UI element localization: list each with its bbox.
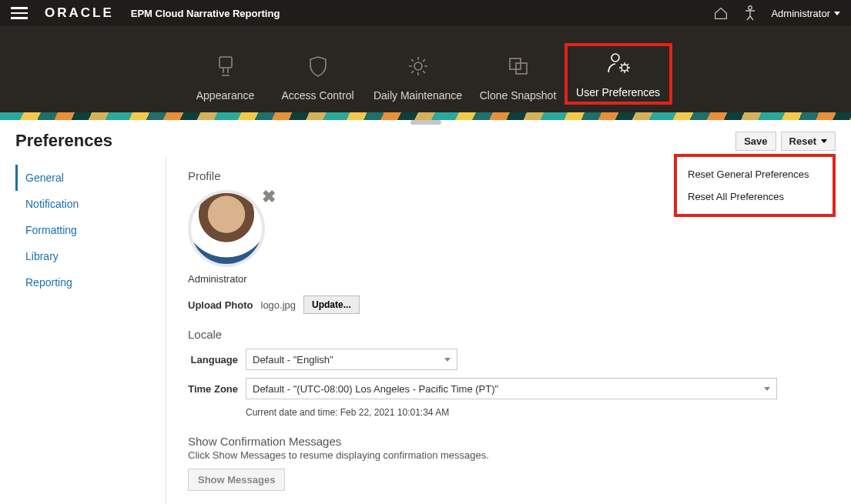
clone-icon (472, 49, 565, 83)
confirm-title: Show Confirmation Messages (188, 435, 836, 448)
nav-tab-label: User Preferences (576, 86, 660, 98)
user-gear-icon (568, 46, 669, 80)
upload-photo-label: Upload Photo (188, 299, 253, 311)
upload-file-name: logo.jpg (261, 299, 297, 311)
language-row: Language Default - "English" (188, 349, 836, 370)
appearance-icon (179, 49, 272, 83)
current-time-hint: Current date and time: Feb 22, 2021 10:0… (188, 407, 836, 418)
side-tab-general[interactable]: General (15, 165, 166, 191)
oracle-logo: ORACLE (45, 5, 114, 21)
svg-rect-1 (219, 57, 232, 68)
side-tab-reporting[interactable]: Reporting (15, 269, 166, 295)
nav-tab-user-preferences[interactable]: User Preferences (565, 43, 672, 105)
show-messages-button[interactable]: Show Messages (188, 469, 285, 491)
confirm-subtitle: Click Show Messages to resume displaying… (188, 449, 836, 461)
svg-point-2 (414, 62, 422, 70)
confirm-block: Show Confirmation Messages Click Show Me… (188, 435, 836, 491)
accessibility-icon[interactable] (740, 3, 760, 23)
nav-tab-label: Clone Snapshot (480, 89, 557, 102)
svg-point-6 (621, 65, 628, 71)
svg-point-5 (611, 54, 619, 62)
preferences-side-tabs: General Notification Formatting Library … (15, 157, 166, 504)
reset-button[interactable]: Reset (781, 132, 836, 151)
chevron-down-icon (444, 358, 451, 362)
nav-tab-label: Access Control (281, 89, 353, 102)
home-icon[interactable] (711, 3, 731, 23)
chevron-down-icon (821, 139, 827, 143)
save-button[interactable]: Save (735, 132, 776, 151)
app-title: EPM Cloud Narrative Reporting (131, 8, 280, 19)
chevron-down-icon (764, 387, 770, 391)
timezone-select[interactable]: Default - "(UTC-08:00) Los Angeles - Pac… (246, 378, 777, 399)
nav-tab-daily-maintenance[interactable]: Daily Maintenance (364, 43, 472, 105)
side-tab-formatting[interactable]: Formatting (15, 217, 166, 243)
decorative-stripe (0, 112, 851, 120)
page-title: Preferences (15, 131, 112, 151)
avatar-wrap: ✖ (188, 190, 273, 267)
update-photo-button[interactable]: Update... (303, 295, 360, 314)
language-label: Language (188, 354, 246, 365)
user-menu[interactable]: Administrator (771, 8, 840, 19)
timezone-label: Time Zone (188, 383, 246, 395)
global-header: ORACLE EPM Cloud Narrative Reporting Adm… (0, 0, 851, 26)
nav-tab-clone-snapshot[interactable]: Clone Snapshot (472, 43, 565, 105)
reset-general-option[interactable]: Reset General Preferences (677, 163, 833, 185)
menu-icon[interactable] (11, 5, 28, 22)
user-label: Administrator (771, 8, 830, 19)
remove-photo-icon[interactable]: ✖ (262, 187, 276, 207)
profile-display-name: Administrator (188, 273, 836, 285)
tools-nav: Appearance Access Control Daily Maintena… (0, 26, 851, 112)
nav-tab-appearance[interactable]: Appearance (179, 43, 272, 105)
nav-tab-label: Daily Maintenance (374, 89, 462, 102)
timezone-row: Time Zone Default - "(UTC-08:00) Los Ang… (188, 378, 836, 399)
language-value: Default - "English" (253, 354, 333, 365)
page-header: Preferences Save Reset (0, 120, 851, 157)
svg-rect-3 (510, 58, 521, 69)
language-select[interactable]: Default - "English" (246, 349, 457, 370)
timezone-value: Default - "(UTC-08:00) Los Angeles - Pac… (253, 383, 498, 395)
upload-row: Upload Photo logo.jpg Update... (188, 295, 836, 314)
nav-tab-label: Appearance (196, 89, 255, 102)
side-tab-notification[interactable]: Notification (15, 191, 166, 217)
shield-icon (272, 49, 364, 83)
avatar (188, 190, 265, 267)
chevron-down-icon (834, 12, 840, 15)
side-tab-library[interactable]: Library (15, 243, 166, 269)
nav-tab-access-control[interactable]: Access Control (272, 43, 364, 105)
locale-section-title: Locale (188, 328, 836, 341)
reset-label: Reset (789, 135, 816, 147)
svg-rect-4 (516, 63, 527, 74)
reset-dropdown: Reset General Preferences Reset All Pref… (674, 154, 836, 217)
reset-all-option[interactable]: Reset All Preferences (677, 185, 833, 208)
svg-point-0 (749, 6, 752, 9)
gear-icon (364, 49, 472, 83)
